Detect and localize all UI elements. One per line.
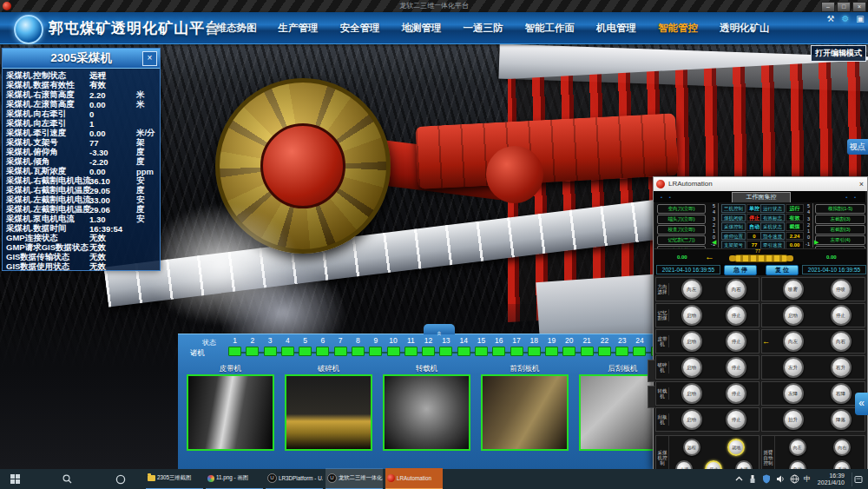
cut-mode-button[interactable]: 右截割(3)	[815, 225, 865, 235]
chevron-up-icon[interactable]	[734, 474, 744, 484]
reset-button[interactable]: 复 位	[766, 265, 799, 275]
channel-indicator[interactable]: 16	[492, 336, 505, 362]
channel-indicator[interactable]: 18	[528, 336, 541, 362]
window-titlebar[interactable]: 龙软二三维一体化平台 – □ ×	[0, 0, 868, 12]
taskbar-task[interactable]: 2305三维截图	[146, 468, 203, 489]
channel-indicator[interactable]: 2	[246, 336, 259, 362]
control-button[interactable]: 启动	[681, 357, 702, 378]
channel-indicator[interactable]: 1	[228, 336, 241, 362]
cut-mode-button[interactable]: 左截割(3)	[815, 215, 865, 224]
estop-button[interactable]: 急 停	[724, 265, 757, 275]
side-tab[interactable]	[648, 360, 654, 382]
control-button[interactable]: 停止	[831, 305, 852, 326]
control-button[interactable]: 左升	[783, 357, 804, 378]
ime-indicator[interactable]: 中	[804, 474, 811, 484]
channel-indicator[interactable]: 15	[475, 336, 488, 362]
cut-mode-button[interactable]: 端头刀(立即)	[657, 215, 706, 224]
control-button[interactable]: 右升	[831, 357, 852, 378]
close-icon[interactable]: ×	[142, 51, 157, 66]
channel-indicator[interactable]: 9	[369, 336, 382, 362]
control-button[interactable]: 左降	[783, 383, 804, 404]
shield-icon[interactable]	[762, 474, 772, 484]
taskbar-task[interactable]: 11.png - 画图	[206, 468, 263, 489]
channel-indicator[interactable]: 11	[404, 336, 418, 362]
collapse-panel-arrow[interactable]: «	[855, 393, 868, 415]
cut-mode-button[interactable]: 记忆割(三刀)	[657, 235, 706, 245]
control-button[interactable]: 抬升	[783, 409, 804, 430]
control-button[interactable]: 启动	[681, 409, 702, 430]
camera-thumbnail[interactable]	[285, 374, 372, 451]
taskbar-clock[interactable]: 16:39 2021/4/10	[815, 472, 847, 486]
start-button[interactable]	[0, 469, 30, 489]
channel-indicator[interactable]: 23	[615, 336, 628, 362]
maximize-button[interactable]: □	[837, 2, 851, 12]
channel-indicator[interactable]: 13	[439, 336, 452, 362]
notification-center-icon[interactable]	[852, 472, 865, 486]
control-button[interactable]: 停止	[726, 409, 746, 430]
control-button[interactable]: 停止	[726, 357, 746, 378]
channel-indicator[interactable]: 7	[334, 336, 347, 362]
control-button[interactable]: 右降	[831, 383, 852, 404]
cortana-icon[interactable]	[108, 469, 134, 489]
nav-menu-item[interactable]: 智能工作面	[525, 22, 575, 35]
minimize-button[interactable]: –	[821, 2, 835, 12]
control-button[interactable]: 停止	[726, 331, 746, 352]
channel-indicator[interactable]: 20	[562, 336, 575, 362]
nav-menu-item[interactable]: 一通三防	[464, 22, 503, 35]
control-button[interactable]: 停止	[726, 305, 746, 326]
close-button[interactable]: ×	[852, 2, 866, 12]
channel-indicator[interactable]: 17	[510, 336, 523, 362]
viewpoint-tab[interactable]: 视点	[847, 139, 868, 155]
nav-menu-item[interactable]: 三维态势图	[207, 22, 257, 35]
control-button[interactable]: 向左	[783, 331, 804, 352]
channel-indicator[interactable]: 8	[352, 336, 365, 362]
camera-thumbnail[interactable]	[481, 374, 569, 451]
taskbar-task[interactable]: U LR3DPlatform - U...	[266, 468, 323, 489]
nav-menu-item[interactable]: 智能管控	[658, 22, 698, 35]
channel-indicator[interactable]: 6	[316, 336, 329, 362]
control-button[interactable]: 启动	[681, 383, 702, 404]
camera-thumbnail[interactable]	[187, 374, 274, 451]
control-button[interactable]: 停喷	[831, 279, 852, 300]
channel-indicator[interactable]: 14	[457, 336, 470, 362]
nav-menu-item[interactable]: 生产管理	[279, 22, 319, 35]
taskbar-task[interactable]: LRAutomation	[385, 468, 443, 489]
cut-mode-button[interactable]: 变向刀(立即)	[657, 204, 706, 214]
channel-indicator[interactable]: 12	[422, 336, 435, 362]
channel-indicator[interactable]: 24	[633, 336, 646, 362]
close-icon[interactable]: ×	[859, 177, 864, 191]
camera-thumbnail[interactable]	[383, 374, 470, 451]
control-button[interactable]: 启动	[783, 305, 804, 326]
control-button[interactable]: 向右	[831, 331, 852, 352]
speaker-icon[interactable]	[776, 474, 786, 484]
control-button[interactable]: 喷雾	[783, 279, 804, 300]
network-globe-icon[interactable]	[790, 474, 799, 484]
control-button[interactable]: 降落	[831, 409, 852, 430]
control-button[interactable]: 启动	[681, 305, 702, 326]
nav-menu-item[interactable]: 透明化矿山	[720, 22, 770, 35]
side-tab[interactable]	[648, 386, 654, 408]
channel-indicator[interactable]: 21	[581, 336, 594, 362]
lrautomation-titlebar[interactable]: LRAutomation ×	[654, 177, 867, 191]
channel-indicator[interactable]: 5	[299, 336, 312, 362]
nav-menu-item[interactable]: 安全管理	[340, 22, 380, 35]
open-edit-mode-button[interactable]: 打开编辑模式	[811, 45, 866, 62]
cut-mode-button[interactable]: 左牵引(4)	[815, 235, 865, 245]
channel-indicator[interactable]: 4	[281, 336, 294, 362]
nav-menu-item[interactable]: 地测管理	[402, 22, 442, 35]
tools-icon[interactable]: ⚒	[825, 13, 837, 25]
channel-indicator[interactable]: 3	[264, 336, 277, 362]
screen-icon[interactable]: ▣	[854, 13, 866, 25]
taskbar-task[interactable]: U 龙软二三维一体化...	[326, 468, 383, 489]
gear-icon[interactable]: ⚙	[839, 13, 852, 25]
control-button[interactable]: 就地	[727, 439, 745, 456]
cut-mode-button[interactable]: 校直刀(立即)	[657, 225, 706, 235]
channel-indicator[interactable]: 10	[387, 336, 400, 362]
nav-menu-item[interactable]: 机电管理	[596, 22, 636, 35]
control-button[interactable]: 向右	[726, 279, 746, 300]
channel-indicator[interactable]: 22	[598, 336, 611, 362]
chevron-down-icon[interactable]: «	[424, 324, 455, 334]
shearer-panel-header[interactable]: 2305采煤机 ×	[3, 49, 160, 69]
channel-indicator[interactable]: 19	[545, 336, 558, 362]
control-button[interactable]: 向左	[789, 439, 806, 456]
